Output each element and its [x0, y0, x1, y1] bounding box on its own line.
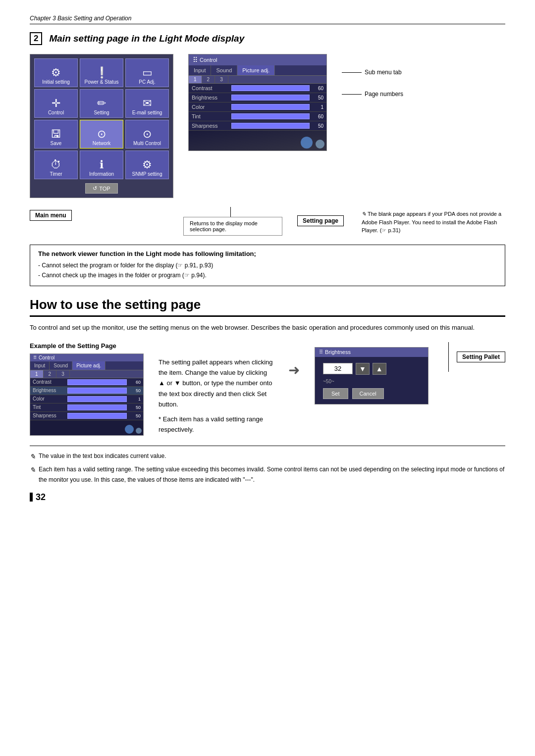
- menu-item-save[interactable]: 🖫 Save: [34, 120, 78, 149]
- menu-item-control[interactable]: ✛ Control: [34, 89, 78, 118]
- sp-row-tint[interactable]: Tint 60: [189, 112, 326, 121]
- sp-small-header-label: Control: [39, 355, 54, 360]
- pallet-range: ~50~: [323, 379, 420, 384]
- tab-small-input[interactable]: Input: [30, 361, 50, 370]
- sp-row-sharpness[interactable]: Sharpness 50: [189, 121, 326, 131]
- page-num-area: 32: [30, 493, 505, 502]
- top-button-label: TOP: [99, 186, 110, 192]
- setting-page-label: Setting page: [297, 215, 344, 226]
- how-to-use-intro: To control and set up the monitor, use t…: [30, 323, 505, 333]
- pallet-value-input[interactable]: [323, 363, 353, 374]
- refresh-icon: ↺: [93, 185, 97, 192]
- sp-row-brightness[interactable]: Brightness 50: [189, 93, 326, 102]
- tab-sound[interactable]: Sound: [211, 65, 237, 75]
- color-bar: [231, 104, 310, 110]
- menu-item-snmp[interactable]: ⚙ SNMP setting: [125, 151, 169, 179]
- note-line-2: ✎ Each item has a valid setting range. T…: [30, 464, 505, 485]
- pallet-ui: ⠿ Brightness ▼ ▲ ~50~ Set Cancel: [315, 347, 428, 404]
- tab-small-picture[interactable]: Picture adj.: [72, 361, 106, 370]
- sp-row-color[interactable]: Color 1: [189, 102, 326, 112]
- example-left: Example of the Setting Page ⠿ Control In…: [30, 342, 144, 436]
- limitation-title: The network viewer function in the Light…: [38, 250, 497, 257]
- sp-small-row-brightness[interactable]: Brightness 50: [30, 387, 143, 395]
- color-label: Color: [192, 104, 231, 110]
- tab-input[interactable]: Input: [189, 65, 211, 75]
- tab-small-sound[interactable]: Sound: [50, 361, 72, 370]
- small-circle-1: [125, 425, 134, 434]
- setting-page-ui: ⠿ Control Input Sound Picture adj. 1 2 3…: [188, 54, 327, 151]
- sp-small-preview: [30, 420, 143, 435]
- callout-line-1: [342, 72, 362, 73]
- sp-small-row-color[interactable]: Color 1: [30, 395, 143, 403]
- diagram-bottom: Main menu Returns to the display mode se…: [30, 207, 505, 236]
- menu-item-label: Network: [93, 141, 111, 146]
- save-icon: 🖫: [51, 129, 61, 140]
- note-icon-1: ✎: [30, 451, 36, 463]
- sharpness-bar: [231, 123, 310, 129]
- sp-small-ui: ⠿ Control Input Sound Picture adj. 1 2 3…: [30, 353, 144, 436]
- pallet-down-button[interactable]: ▼: [356, 363, 370, 375]
- menu-item-timer[interactable]: ⏱ Timer: [34, 151, 78, 179]
- sp-small-row-tint[interactable]: Tint 50: [30, 403, 143, 412]
- small-pnum-3[interactable]: 3: [56, 370, 70, 378]
- note-icon-2: ✎: [30, 464, 36, 485]
- sp-page-numbers: 1 2 3: [189, 76, 326, 84]
- page-num-2[interactable]: 2: [202, 76, 215, 83]
- pallet-up-button[interactable]: ▲: [373, 363, 386, 375]
- flash-note: ✎ The blank page appears if your PDA doe…: [362, 210, 505, 235]
- chapter-header: Chapter 3 Basic Setting and Operation: [30, 15, 505, 24]
- menu-item-information[interactable]: ℹ Information: [80, 151, 123, 179]
- menu-item-label: Control: [48, 110, 64, 115]
- tint-label: Tint: [192, 113, 231, 119]
- small-tint-bar: [67, 404, 127, 410]
- returns-box: Returns to the display mode selection pa…: [183, 217, 282, 236]
- callout-submenu: Sub menu tab: [342, 69, 403, 76]
- menu-item-pc-adj[interactable]: ▭ PC Adj.: [125, 58, 169, 87]
- callout-submenu-text: Sub menu tab: [365, 69, 402, 76]
- section2-title: 2 Main setting page in the Light Mode di…: [30, 32, 505, 45]
- pallet-column: ⠿ Brightness ▼ ▲ ~50~ Set Cancel: [315, 342, 428, 404]
- sp-small-page-nums: 1 2 3: [30, 370, 143, 378]
- menu-item-multi-control[interactable]: ⊙ Multi Control: [125, 120, 169, 149]
- sharpness-value: 50: [312, 123, 323, 129]
- small-contrast-bar: [67, 379, 127, 385]
- callout-line-2: [342, 94, 362, 95]
- information-icon: ℹ: [100, 159, 104, 170]
- sp-preview-area: [189, 131, 326, 151]
- returns-area: Returns to the display mode selection pa…: [178, 207, 282, 236]
- small-pnum-2[interactable]: 2: [44, 370, 57, 378]
- pallet-body: ▼ ▲ ~50~ Set Cancel: [315, 357, 428, 404]
- chapter-text: Chapter 3 Basic Setting and Operation: [30, 15, 131, 22]
- menu-item-network[interactable]: ⊙ Network: [80, 120, 123, 149]
- sp-row-contrast[interactable]: Contrast 60: [189, 84, 326, 93]
- pallet-cancel-button[interactable]: Cancel: [352, 388, 384, 399]
- grid-icon-small: ⠿: [33, 355, 37, 360]
- circle-decor-1: [301, 137, 313, 149]
- limitation-box: The network viewer function in the Light…: [30, 245, 505, 286]
- menu-item-label: PC Adj.: [139, 79, 155, 85]
- menu-item-email[interactable]: ✉ E-mail setting: [125, 89, 169, 118]
- small-sharpness-value: 50: [129, 413, 141, 418]
- arrow-line-up: [230, 207, 231, 217]
- setting-page-column: ⠿ Control Input Sound Picture adj. 1 2 3…: [188, 54, 327, 151]
- tab-picture-adj[interactable]: Picture adj.: [237, 65, 275, 75]
- how-to-use-title: How to use the setting page: [30, 297, 505, 317]
- pallet-actions: Set Cancel: [323, 388, 420, 399]
- limitation-item-2: - Cannot check up the images in the fold…: [38, 270, 497, 280]
- setting-icon: ✏: [97, 98, 106, 109]
- sp-small-row-sharpness[interactable]: Sharpness 50: [30, 412, 143, 420]
- top-button[interactable]: ↺ TOP: [85, 183, 117, 194]
- menu-item-initial-setting[interactable]: ⚙ Initial setting: [34, 58, 78, 87]
- menu-item-setting[interactable]: ✏ Setting: [80, 89, 123, 118]
- pallet-set-button[interactable]: Set: [323, 388, 348, 399]
- setting-pallet-callout: Setting Pallet: [448, 342, 505, 372]
- sp-small-row-contrast[interactable]: Contrast 60: [30, 378, 143, 387]
- page-num-1[interactable]: 1: [189, 76, 202, 83]
- menu-item-power-status[interactable]: ❕ Power & Status: [80, 58, 123, 87]
- example-title: Example of the Setting Page: [30, 342, 144, 350]
- menu-item-label: Setting: [94, 110, 109, 115]
- sp-header-label: Control: [200, 57, 217, 63]
- page-num-3[interactable]: 3: [215, 76, 228, 83]
- small-pnum-1[interactable]: 1: [30, 370, 44, 378]
- brightness-value: 50: [312, 95, 323, 101]
